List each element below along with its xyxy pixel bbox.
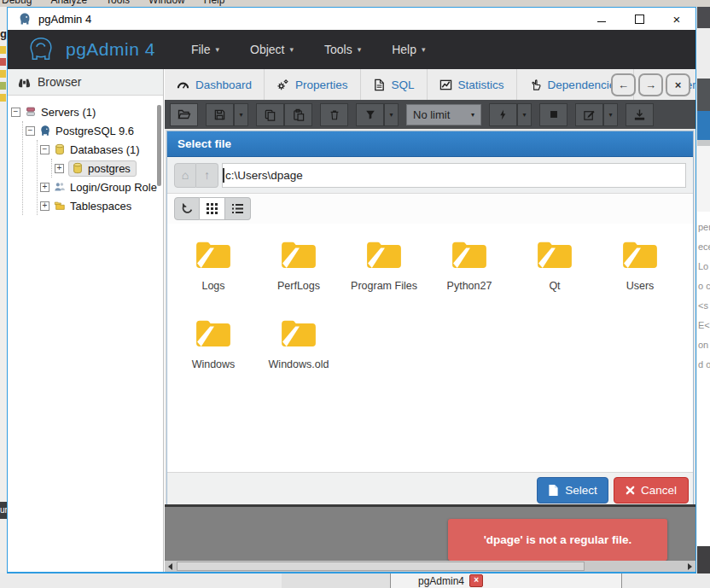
filter-dropdown-caret[interactable]: ▾ xyxy=(384,103,399,126)
folder-icon xyxy=(451,239,488,270)
folder-label: Users xyxy=(597,280,683,292)
copy-button[interactable] xyxy=(256,103,284,126)
tab-close-icon[interactable]: × xyxy=(666,73,690,96)
folder-item[interactable]: Qt xyxy=(512,234,597,312)
window-titlebar[interactable]: pgAdmin 4 × xyxy=(8,8,695,30)
error-toast[interactable]: 'dpage' is not a regular file. xyxy=(448,519,667,561)
scroll-left-icon[interactable] xyxy=(168,563,172,570)
background-menu-item: Tools xyxy=(106,0,130,6)
folder-item[interactable]: Logs xyxy=(171,234,256,312)
chart-icon xyxy=(439,79,452,91)
selected-tree-item[interactable]: postgres xyxy=(68,160,137,177)
edit-button[interactable] xyxy=(575,103,603,126)
background-band xyxy=(697,7,710,28)
cancel-button[interactable]: Cancel xyxy=(614,477,689,504)
text-cursor xyxy=(223,168,224,183)
scroll-right-icon[interactable] xyxy=(688,563,692,570)
stop-button[interactable] xyxy=(539,103,567,126)
open-file-button[interactable] xyxy=(170,103,198,126)
menu-tools[interactable]: Tools▾ xyxy=(324,43,361,56)
brand-text: pgAdmin 4 xyxy=(66,39,155,60)
dialog-titlebar[interactable]: Select file xyxy=(167,131,693,157)
tab-properties[interactable]: Properties xyxy=(265,69,361,100)
background-menu-item: Analyze xyxy=(50,0,87,6)
sidebar-scrollbar-thumb[interactable] xyxy=(157,105,161,186)
delete-button[interactable] xyxy=(320,103,348,126)
funnel-icon xyxy=(364,108,376,120)
save-dropdown-caret[interactable]: ▾ xyxy=(234,103,248,126)
database-icon xyxy=(72,162,84,174)
background-band xyxy=(697,0,710,7)
edit-dropdown-caret[interactable]: ▾ xyxy=(603,103,618,126)
trash-icon xyxy=(329,108,340,121)
select-button[interactable]: Select xyxy=(537,477,608,504)
menu-file[interactable]: File▾ xyxy=(191,43,219,56)
folder-item[interactable]: PerfLogs xyxy=(256,234,341,312)
minimize-icon[interactable] xyxy=(583,8,620,30)
background-text-fragment: o c xyxy=(698,277,710,296)
background-band xyxy=(697,146,710,212)
tab-statistics[interactable]: Statistics xyxy=(428,69,517,100)
tab-scroll-right-icon[interactable]: → xyxy=(638,73,663,96)
database-icon xyxy=(54,143,66,155)
menu-help[interactable]: Help▾ xyxy=(392,43,425,56)
row-limit-select[interactable]: No limit ▾ xyxy=(406,104,481,125)
tree-item-servers[interactable]: − Servers (1) xyxy=(11,102,161,121)
paste-button[interactable] xyxy=(284,103,312,126)
execute-button[interactable] xyxy=(489,103,517,126)
background-editor-tab[interactable]: pgAdmin4 × xyxy=(390,573,622,588)
folder-item[interactable]: Users xyxy=(597,234,683,312)
expand-icon[interactable]: + xyxy=(40,183,49,192)
screen: DebugAnalyzeToolsWindowHelp g ur pereceL… xyxy=(0,0,710,588)
execute-dropdown-caret[interactable]: ▾ xyxy=(517,103,532,126)
folder-item[interactable]: Python27 xyxy=(427,234,512,312)
tree-item-postgres-db[interactable]: + postgres xyxy=(55,159,161,178)
filter-button[interactable] xyxy=(356,103,384,126)
paste-icon xyxy=(292,108,305,121)
background-band xyxy=(697,546,710,573)
menu-object[interactable]: Object▾ xyxy=(250,43,294,56)
tab-sql[interactable]: SQL xyxy=(361,69,428,100)
path-input[interactable]: c:\Users\dpage xyxy=(222,163,686,188)
tree-item-label: postgres xyxy=(88,162,131,175)
tree-item-tablespaces[interactable]: + Tablespaces xyxy=(40,196,161,215)
horizontal-scrollbar[interactable] xyxy=(165,561,695,572)
grid-view-button[interactable] xyxy=(200,197,225,220)
download-button[interactable] xyxy=(626,103,654,126)
postgres-elephant-icon xyxy=(39,125,51,137)
folder-item[interactable]: Windows xyxy=(171,312,256,391)
background-tooltip-fragment: ur xyxy=(0,502,7,519)
folder-icon xyxy=(621,239,659,270)
error-toast-message: 'dpage' is not a regular file. xyxy=(484,533,632,546)
chevron-down-icon: ▾ xyxy=(422,45,426,54)
up-arrow-icon[interactable]: ↑ xyxy=(196,163,218,188)
file-grid: Logs PerfLogs Program Files Python27 Qt xyxy=(167,224,693,472)
row-limit-value: No limit xyxy=(413,108,450,121)
tree-item-postgresql[interactable]: − PostgreSQL 9.6 xyxy=(26,121,161,140)
tree-item-login-group-roles[interactable]: + Login/Group Role xyxy=(40,178,161,196)
folder-icon xyxy=(195,317,232,348)
folder-label: Windows.old xyxy=(256,358,341,370)
tab-close-icon[interactable]: × xyxy=(469,574,483,587)
background-bottom-strip: pgAdmin4 × xyxy=(0,573,710,588)
background-text-fragment: <s xyxy=(698,296,710,316)
maximize-icon[interactable] xyxy=(620,8,658,30)
tab-dashboard[interactable]: Dashboard xyxy=(165,69,265,100)
collapse-icon[interactable]: − xyxy=(40,145,49,154)
tab-scroll-left-icon[interactable]: ← xyxy=(611,73,636,96)
expand-icon[interactable]: + xyxy=(40,201,49,211)
folders-icon xyxy=(54,200,66,212)
tree-item-databases[interactable]: − Databases (1) xyxy=(40,140,161,159)
close-icon[interactable]: × xyxy=(658,8,695,30)
scrollbar-thumb[interactable] xyxy=(177,562,585,571)
folder-item[interactable]: Program Files xyxy=(341,234,427,312)
home-icon[interactable]: ⌂ xyxy=(174,163,196,188)
folder-item[interactable]: Windows.old xyxy=(256,312,341,391)
dialog-path-row: ⌂ ↑ c:\Users\dpage xyxy=(167,157,693,194)
save-button[interactable] xyxy=(206,103,234,126)
list-view-button[interactable] xyxy=(225,197,251,220)
collapse-icon[interactable]: − xyxy=(26,126,35,136)
refresh-button[interactable] xyxy=(174,197,200,220)
collapse-icon[interactable]: − xyxy=(11,108,20,117)
expand-icon[interactable]: + xyxy=(55,164,64,173)
